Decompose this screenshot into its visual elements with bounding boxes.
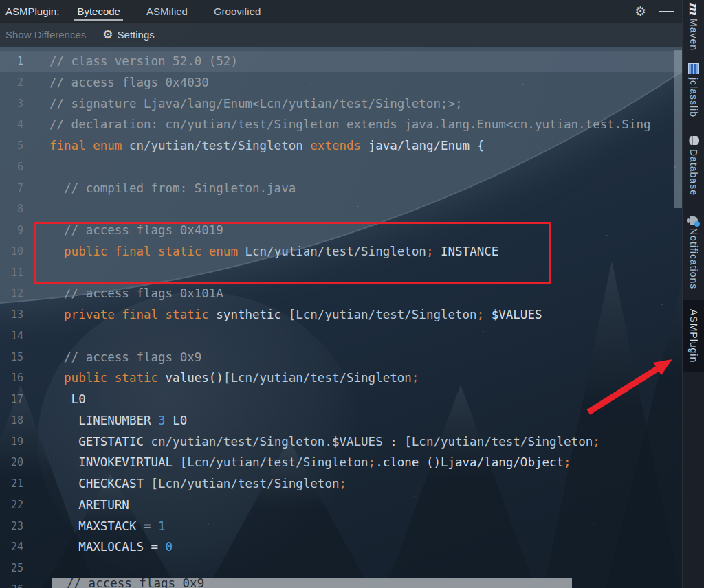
line-number: 1 (0, 51, 23, 72)
line-number: 21 (0, 473, 23, 495)
line-number: 4 (0, 114, 23, 135)
line-number: 24 (0, 536, 23, 558)
bottom-overlay-bar[interactable]: // access flags 0x9 (52, 578, 572, 588)
code-line: GETSTATIC cn/yutian/test/Singleton.$VALU… (50, 431, 650, 453)
tool-window-header: ASMPlugin: Bytecode ASMified Groovified … (0, 0, 682, 23)
line-number: 11 (0, 262, 23, 284)
show-differences-button[interactable]: Show Differences (6, 29, 86, 41)
line-number: 10 (0, 241, 23, 262)
line-number: 19 (0, 431, 23, 453)
view-tabs: Bytecode ASMified Groovified (77, 0, 261, 22)
line-number: 3 (0, 93, 23, 115)
code-line: // access flags 0x101A (50, 283, 650, 304)
stripe-label: Notifications (688, 228, 699, 289)
stripe-label: ASMPlugin (688, 309, 699, 363)
code-line: // access flags 0x9 (50, 347, 650, 368)
line-number: 15 (0, 347, 23, 368)
line-number: 20 (0, 452, 23, 473)
stripe-item-notifications[interactable]: Notifications (688, 216, 699, 289)
settings-button[interactable]: ⚙ Settings (102, 29, 154, 41)
stripe-label: Maven (688, 19, 699, 51)
gear-icon[interactable]: ⚙ (635, 5, 646, 18)
code-area: // class version 52.0 (52)// access flag… (50, 51, 650, 588)
line-number: 16 (0, 368, 23, 389)
code-line (50, 199, 650, 220)
line-number: 12 (0, 283, 23, 304)
pointer-arrow-annotation (584, 354, 681, 419)
code-line: // signature Ljava/lang/Enum<Lcn/yutian/… (50, 93, 650, 115)
notifications-bell-icon (690, 216, 698, 225)
stripe-label: jclasslib (688, 78, 699, 117)
line-number: 2 (0, 72, 23, 93)
tab-asmified[interactable]: ASMified (146, 0, 188, 22)
vertical-scrollbar-thumb[interactable] (674, 50, 682, 208)
stripe-item-database[interactable]: Database (688, 135, 699, 196)
jclasslib-icon (688, 63, 699, 74)
code-line: INVOKEVIRTUAL [Lcn/yutian/test/Singleton… (50, 452, 650, 473)
editor-toolbar: Show Differences ⚙ Settings (0, 22, 682, 47)
line-number-gutter: 1234567891011121314151617181920212223242… (0, 51, 23, 588)
gutter-separator (43, 47, 43, 588)
line-number: 23 (0, 516, 23, 537)
code-line (50, 558, 650, 579)
line-number: 25 (0, 558, 23, 579)
line-number: 14 (0, 326, 23, 347)
line-number: 22 (0, 495, 23, 516)
tab-groovified[interactable]: Groovified (214, 0, 261, 22)
code-line: // access flags 0x4030 (50, 72, 650, 93)
stripe-label: Database (688, 149, 699, 196)
code-line: final enum cn/yutian/test/Singleton exte… (50, 135, 650, 157)
gear-icon: ⚙ (102, 29, 113, 41)
code-line: private final static synthetic [Lcn/yuti… (50, 304, 650, 326)
code-line (50, 326, 650, 347)
stripe-item-asmplugin[interactable]: ASMPlugin (683, 300, 704, 371)
line-number: 5 (0, 135, 23, 157)
settings-label: Settings (118, 29, 155, 41)
line-number: 17 (0, 389, 23, 410)
highlight-rectangle-annotation (34, 222, 551, 284)
line-number: 9 (0, 220, 23, 241)
code-line: // class version 52.0 (52) (50, 51, 650, 72)
line-number: 7 (0, 178, 23, 199)
line-number: 8 (0, 199, 23, 220)
line-number: 13 (0, 304, 23, 326)
database-icon (689, 136, 699, 145)
maven-icon: m (688, 2, 700, 16)
tool-window-stripe: m Maven jclasslib Database Notifications… (682, 0, 704, 588)
code-line: public static values()[Lcn/yutian/test/S… (50, 368, 650, 389)
bottom-overlay-text: // access flags 0x9 (67, 578, 572, 588)
code-line: MAXLOCALS = 0 (50, 536, 650, 558)
line-number: 18 (0, 410, 23, 431)
code-line: ARETURN (50, 495, 650, 516)
stripe-item-jclasslib[interactable]: jclasslib (688, 63, 699, 117)
line-number: 6 (0, 157, 23, 178)
line-number: 26 (0, 579, 23, 588)
code-line: // compiled from: Singleton.java (50, 178, 650, 199)
tool-window-controls: ⚙ (635, 5, 674, 18)
code-line: CHECKCAST [Lcn/yutian/test/Singleton; (50, 473, 650, 495)
code-line (50, 157, 650, 178)
code-line: // declaration: cn/yutian/test/Singleton… (50, 114, 650, 135)
stripe-item-maven[interactable]: m Maven (687, 3, 701, 51)
code-line: L0 (50, 389, 650, 410)
plugin-title-label: ASMPlugin: (6, 5, 59, 17)
code-line: MAXSTACK = 1 (50, 516, 650, 537)
asmplugin-tool-window: ASMPlugin: Bytecode ASMified Groovified … (0, 0, 704, 588)
minimize-icon[interactable] (659, 11, 674, 12)
bytecode-editor[interactable]: 1234567891011121314151617181920212223242… (0, 47, 682, 588)
code-line: LINENUMBER 3 L0 (50, 410, 650, 431)
tab-bytecode[interactable]: Bytecode (77, 0, 120, 22)
